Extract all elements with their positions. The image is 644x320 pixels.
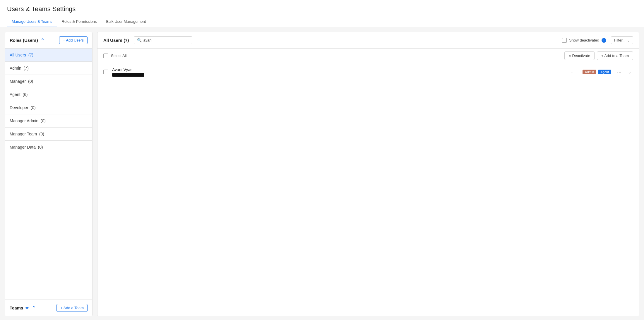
search-box: 🔍 bbox=[134, 36, 192, 44]
page-header: Users & Teams Settings Manage Users & Te… bbox=[0, 0, 644, 27]
teams-title-text: Teams bbox=[10, 305, 23, 310]
add-to-team-button[interactable]: + Add to a Team bbox=[597, 51, 633, 60]
filter-chevron-icon: ⌄ bbox=[627, 38, 630, 42]
badge-agent: Agent bbox=[598, 70, 611, 74]
add-users-button[interactable]: + Add Users bbox=[59, 36, 88, 44]
info-icon[interactable]: i bbox=[602, 38, 606, 43]
select-bar: Select All × Deactivate + Add to a Team bbox=[97, 49, 639, 63]
main-content: Roles (Users) ⌃ + Add Users All Users (7… bbox=[0, 27, 644, 320]
all-users-title: All Users (7) bbox=[103, 38, 129, 43]
page-title: Users & Teams Settings bbox=[7, 5, 637, 13]
user-row-checkbox[interactable] bbox=[103, 70, 108, 74]
add-team-button[interactable]: + Add a Team bbox=[56, 304, 88, 312]
role-item-manager-team[interactable]: Manager Team (0) bbox=[5, 128, 92, 141]
user-email bbox=[112, 73, 561, 77]
search-input[interactable] bbox=[143, 38, 184, 42]
role-item-manager-admin[interactable]: Manager Admin (0) bbox=[5, 114, 92, 128]
search-icon: 🔍 bbox=[137, 38, 142, 42]
filter-label: Filter... bbox=[614, 38, 626, 42]
tabs-bar: Manage Users & Teams Roles & Permissions… bbox=[7, 16, 637, 27]
user-dash: - bbox=[571, 70, 573, 74]
show-deactivated-checkbox[interactable] bbox=[562, 38, 567, 43]
user-list: Avani Vyas - Admin Agent ··· ⌄ bbox=[97, 63, 639, 316]
roles-collapse-icon[interactable]: ⌃ bbox=[40, 38, 45, 43]
teams-edit-icon[interactable]: ✏ bbox=[25, 306, 29, 310]
expand-user-button[interactable]: ⌄ bbox=[626, 69, 633, 75]
select-all-label: Select All bbox=[111, 54, 126, 58]
user-badges: Admin Agent bbox=[583, 70, 611, 74]
right-panel-header: All Users (7) 🔍 Show deactivated i Filte… bbox=[97, 32, 639, 49]
right-panel: All Users (7) 🔍 Show deactivated i Filte… bbox=[97, 32, 639, 316]
role-item-manager-data[interactable]: Manager Data (0) bbox=[5, 141, 92, 154]
user-name: Avani Vyas bbox=[112, 67, 561, 72]
table-row: Avani Vyas - Admin Agent ··· ⌄ bbox=[97, 63, 639, 81]
role-item-developer[interactable]: Developer (0) bbox=[5, 101, 92, 114]
roles-title-text: Roles (Users) bbox=[10, 38, 38, 43]
teams-title: Teams ✏ ⌃ bbox=[10, 305, 36, 310]
role-item-all-users[interactable]: All Users (7) bbox=[5, 49, 92, 62]
user-email-redacted bbox=[112, 73, 144, 77]
tab-bulk-management[interactable]: Bulk User Management bbox=[101, 16, 150, 27]
left-panel: Roles (Users) ⌃ + Add Users All Users (7… bbox=[5, 32, 93, 316]
badge-admin: Admin bbox=[583, 70, 596, 74]
role-item-agent[interactable]: Agent (6) bbox=[5, 88, 92, 101]
role-item-admin[interactable]: Admin (7) bbox=[5, 62, 92, 75]
deactivate-button[interactable]: × Deactivate bbox=[564, 51, 595, 60]
teams-collapse-icon[interactable]: ⌃ bbox=[31, 306, 36, 310]
tab-roles-permissions[interactable]: Roles & Permissions bbox=[57, 16, 102, 27]
role-item-manager[interactable]: Manager (0) bbox=[5, 75, 92, 88]
user-info: Avani Vyas bbox=[112, 67, 561, 77]
select-all-checkbox[interactable] bbox=[103, 54, 108, 58]
user-actions: ··· ⌄ bbox=[615, 68, 633, 76]
action-buttons: × Deactivate + Add to a Team bbox=[564, 51, 633, 60]
roles-title: Roles (Users) ⌃ bbox=[10, 38, 45, 43]
filter-button[interactable]: Filter... ⌄ bbox=[611, 36, 633, 44]
roles-panel-header: Roles (Users) ⌃ + Add Users bbox=[5, 32, 92, 49]
select-all-area: Select All bbox=[103, 54, 126, 58]
show-deactivated-label: Show deactivated bbox=[569, 38, 599, 42]
roles-list: All Users (7) Admin (7) Manager (0) Agen… bbox=[5, 49, 92, 154]
show-deactivated-area: Show deactivated i bbox=[562, 38, 606, 43]
teams-section-header: Teams ✏ ⌃ + Add a Team bbox=[5, 300, 92, 316]
tab-manage-users[interactable]: Manage Users & Teams bbox=[7, 16, 57, 27]
more-options-button[interactable]: ··· bbox=[615, 68, 623, 76]
